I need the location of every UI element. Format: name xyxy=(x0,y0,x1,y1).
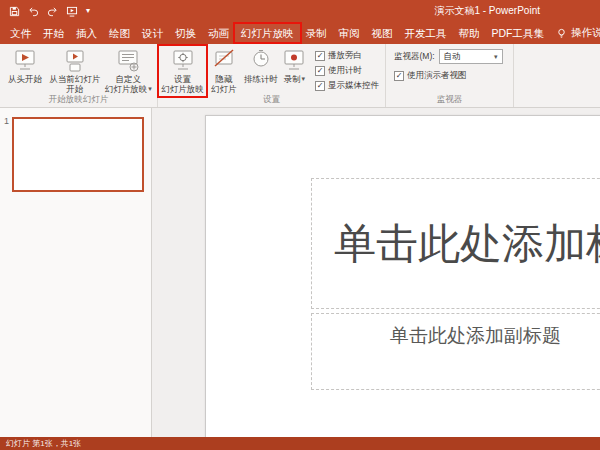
hide-slide-button[interactable]: 隐藏 幻灯片 xyxy=(205,46,242,94)
tab-transitions[interactable]: 切换 xyxy=(169,22,202,44)
save-icon[interactable] xyxy=(9,6,20,17)
checkbox-show-media-controls[interactable]: ✓ 显示媒体控件 xyxy=(315,80,379,92)
slide-canvas: 单击此处添加标题 单击此处添加副标题 xyxy=(205,115,600,437)
checkbox-use-presenter-view-label: 使用演示者视图 xyxy=(407,70,467,82)
statusbar: 幻灯片 第1张，共1张 xyxy=(0,437,600,450)
checkbox-play-narrations-label: 播放旁白 xyxy=(328,50,362,62)
from-current-slide-label-1: 从当前幻灯片 xyxy=(49,74,100,84)
checkbox-show-media-controls-label: 显示媒体控件 xyxy=(328,80,379,92)
from-beginning-button[interactable]: 从头开始 xyxy=(2,46,48,84)
subtitle-placeholder[interactable]: 单击此处添加副标题 xyxy=(311,313,600,390)
monitor-dropdown-label: 监视器(M): xyxy=(394,51,435,63)
monitor-dropdown[interactable]: 自动 ▾ xyxy=(439,49,503,64)
slide-thumbnail-panel: 1 xyxy=(0,108,152,437)
slide-indicator: 幻灯片 第1张，共1张 xyxy=(6,439,81,448)
tab-developer[interactable]: 开发工具 xyxy=(399,22,453,44)
custom-slideshow-label-1: 自定义 xyxy=(115,74,141,84)
checkbox-checked-icon: ✓ xyxy=(315,81,325,91)
tab-record[interactable]: 录制 xyxy=(300,22,333,44)
customize-quick-access-icon[interactable]: ▾ xyxy=(86,7,90,15)
group-setup: 设置 幻灯片放映 隐藏 幻灯片 排练计时 录制▾ ✓ 播放旁白 xyxy=(158,44,386,107)
title-placeholder[interactable]: 单击此处添加标题 xyxy=(311,178,600,309)
setup-checkbox-column: ✓ 播放旁白 ✓ 使用计时 ✓ 显示媒体控件 xyxy=(309,46,383,92)
record-button[interactable]: 录制▾ xyxy=(280,46,309,84)
hide-slide-icon xyxy=(211,48,237,73)
setup-slideshow-icon xyxy=(170,48,196,73)
hide-slide-label-2: 幻灯片 xyxy=(211,84,237,94)
checkbox-checked-icon: ✓ xyxy=(315,51,325,61)
setup-slideshow-button[interactable]: 设置 幻灯片放映 xyxy=(160,46,205,94)
setup-slideshow-label-2: 幻灯片放映 xyxy=(161,84,204,94)
tab-draw[interactable]: 绘图 xyxy=(103,22,136,44)
tell-me-label: 操作说明搜索 xyxy=(571,26,600,40)
editing-canvas: 单击此处添加标题 单击此处添加副标题 xyxy=(152,108,600,437)
group-label-setup: 设置 xyxy=(158,94,385,106)
tell-me-search[interactable]: 操作说明搜索 xyxy=(550,22,600,44)
chevron-down-icon: ▾ xyxy=(148,85,152,93)
redo-icon[interactable] xyxy=(47,6,58,17)
record-icon xyxy=(281,48,307,73)
slide-thumbnail[interactable] xyxy=(12,117,144,192)
tab-design[interactable]: 设计 xyxy=(136,22,169,44)
ribbon: 从头开始 从当前幻灯片 开始 自定义 幻灯片放映▾ 开始放映幻灯片 设置 幻灯片… xyxy=(0,44,600,108)
checkbox-use-presenter-view[interactable]: ✓ 使用演示者视图 xyxy=(394,70,507,82)
group-label-monitors: 监视器 xyxy=(386,94,513,106)
group-start-slideshow: 从头开始 从当前幻灯片 开始 自定义 幻灯片放映▾ 开始放映幻灯片 xyxy=(0,44,158,107)
titlebar: ▾ 演示文稿1 - PowerPoint xyxy=(0,0,600,22)
checkbox-play-narrations[interactable]: ✓ 播放旁白 xyxy=(315,50,379,62)
workspace: 1 单击此处添加标题 单击此处添加副标题 xyxy=(0,108,600,437)
custom-slideshow-icon xyxy=(115,48,141,73)
from-current-slide-label-2: 开始 xyxy=(66,84,83,94)
tab-view[interactable]: 视图 xyxy=(366,22,399,44)
custom-slideshow-label-2: 幻灯片放映 xyxy=(105,84,148,94)
ribbon-tab-bar: 文件 开始 插入 绘图 设计 切换 动画 幻灯片放映 录制 审阅 视图 开发工具… xyxy=(0,22,600,44)
start-slideshow-icon[interactable] xyxy=(66,6,78,17)
quick-access-toolbar: ▾ xyxy=(0,6,90,17)
tab-insert[interactable]: 插入 xyxy=(70,22,103,44)
from-current-slide-icon xyxy=(62,48,88,73)
tab-slideshow[interactable]: 幻灯片放映 xyxy=(235,22,300,44)
rehearse-timings-label: 排练计时 xyxy=(244,74,278,84)
tab-file[interactable]: 文件 xyxy=(4,22,37,44)
tab-review[interactable]: 审阅 xyxy=(333,22,366,44)
tab-help[interactable]: 帮助 xyxy=(453,22,486,44)
checkbox-checked-icon: ✓ xyxy=(315,66,325,76)
checkbox-use-timings[interactable]: ✓ 使用计时 xyxy=(315,65,379,77)
tab-pdf-tools[interactable]: PDF工具集 xyxy=(486,22,551,44)
group-monitors: 监视器(M): 自动 ▾ ✓ 使用演示者视图 监视器 xyxy=(386,44,514,107)
from-beginning-label: 从头开始 xyxy=(8,74,42,84)
subtitle-placeholder-text: 单击此处添加副标题 xyxy=(312,314,600,349)
chevron-down-icon: ▾ xyxy=(302,75,306,83)
title-placeholder-text: 单击此处添加标题 xyxy=(312,216,600,272)
hide-slide-label-1: 隐藏 xyxy=(215,74,232,84)
lightbulb-icon xyxy=(556,28,567,39)
undo-icon[interactable] xyxy=(28,6,39,17)
rehearse-timings-icon xyxy=(248,48,274,73)
setup-slideshow-label-1: 设置 xyxy=(174,74,191,84)
from-current-slide-button[interactable]: 从当前幻灯片 开始 xyxy=(48,46,102,94)
tab-home[interactable]: 开始 xyxy=(37,22,70,44)
chevron-down-icon: ▾ xyxy=(494,53,498,61)
record-label: 录制 xyxy=(284,74,301,84)
monitor-dropdown-value: 自动 xyxy=(444,51,461,63)
from-beginning-icon xyxy=(12,48,38,73)
checkbox-checked-icon: ✓ xyxy=(394,71,404,81)
tab-slideshow-label: 幻灯片放映 xyxy=(241,27,294,39)
rehearse-timings-button[interactable]: 排练计时 xyxy=(242,46,279,84)
tab-animations[interactable]: 动画 xyxy=(202,22,235,44)
window-title: 演示文稿1 - PowerPoint xyxy=(434,0,540,22)
slide-number: 1 xyxy=(4,116,9,126)
group-label-start-slideshow: 开始放映幻灯片 xyxy=(0,94,157,106)
checkbox-use-timings-label: 使用计时 xyxy=(328,65,362,77)
custom-slideshow-button[interactable]: 自定义 幻灯片放映▾ xyxy=(101,46,155,94)
